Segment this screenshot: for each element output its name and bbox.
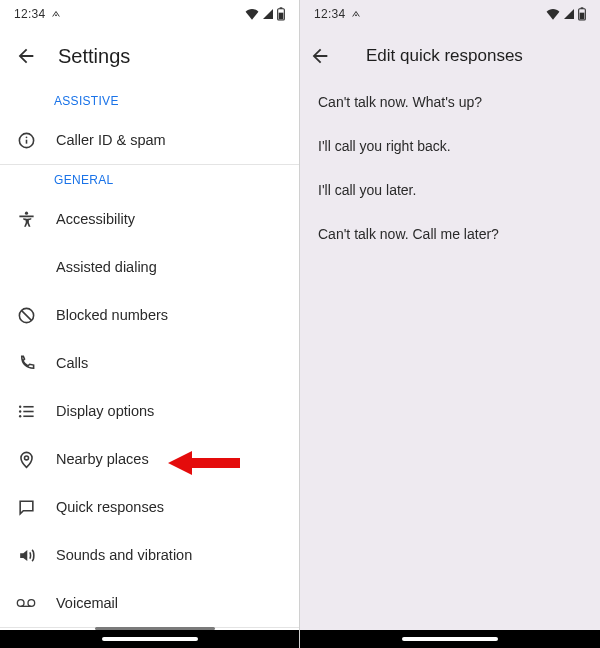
camera-cutout-icon xyxy=(351,9,361,19)
page-title: Edit quick responses xyxy=(366,46,523,66)
block-icon xyxy=(16,305,36,325)
quick-response-item[interactable]: Can't talk now. What's up? xyxy=(300,80,600,124)
item-label: Blocked numbers xyxy=(56,307,168,323)
list-icon xyxy=(16,401,36,421)
item-label: Caller ID & spam xyxy=(56,132,166,148)
item-label: Calls xyxy=(56,355,88,371)
item-assisted-dialing[interactable]: Assisted dialing xyxy=(0,243,299,291)
item-accessibility[interactable]: Accessibility xyxy=(0,195,299,243)
svg-point-10 xyxy=(18,405,20,407)
item-label: Nearby places xyxy=(56,451,149,467)
quick-response-item[interactable]: I'll call you right back. xyxy=(300,124,600,168)
item-label: Quick responses xyxy=(56,499,164,515)
item-label: Accessibility xyxy=(56,211,135,227)
app-bar: Settings xyxy=(0,28,299,86)
svg-point-16 xyxy=(24,455,28,459)
svg-point-21 xyxy=(355,15,356,16)
signal-icon xyxy=(262,8,274,20)
item-nearby-places[interactable]: Nearby places xyxy=(0,435,299,483)
item-quick-responses[interactable]: Quick responses xyxy=(0,483,299,531)
quick-response-item[interactable]: Can't talk now. Call me later? xyxy=(300,212,600,256)
svg-line-9 xyxy=(21,310,31,320)
battery-icon xyxy=(277,7,285,21)
item-label: Voicemail xyxy=(56,595,118,611)
quick-responses-screen: 12:34 Edit quick responses Can't talk no… xyxy=(300,0,600,648)
item-blocked-numbers[interactable]: Blocked numbers xyxy=(0,291,299,339)
wifi-icon xyxy=(245,8,259,20)
app-bar: Edit quick responses xyxy=(300,28,600,80)
section-assistive: ASSISTIVE xyxy=(0,86,299,116)
page-title: Settings xyxy=(58,45,130,68)
item-sounds-vibration[interactable]: Sounds and vibration xyxy=(0,531,299,579)
accessibility-icon xyxy=(16,209,36,229)
arrow-back-icon xyxy=(15,45,37,67)
svg-rect-3 xyxy=(280,7,283,8)
info-icon xyxy=(16,130,36,150)
item-caller-id-spam[interactable]: Caller ID & spam xyxy=(0,116,299,164)
response-text: I'll call you later. xyxy=(318,182,416,198)
item-label: Assisted dialing xyxy=(56,259,157,275)
svg-rect-15 xyxy=(23,415,33,417)
phone-icon xyxy=(16,353,36,373)
svg-rect-13 xyxy=(23,410,33,412)
svg-point-14 xyxy=(18,415,20,417)
nav-bar xyxy=(0,630,299,648)
volume-icon xyxy=(16,545,36,565)
battery-icon xyxy=(578,7,586,21)
quick-response-item[interactable]: I'll call you later. xyxy=(300,168,600,212)
svg-marker-20 xyxy=(168,451,240,475)
item-label: Display options xyxy=(56,403,154,419)
svg-rect-24 xyxy=(581,7,584,8)
response-text: I'll call you right back. xyxy=(318,138,451,154)
annotation-arrow xyxy=(168,448,240,478)
item-label: Sounds and vibration xyxy=(56,547,192,563)
svg-point-6 xyxy=(25,136,27,138)
status-bar: 12:34 xyxy=(0,0,299,28)
back-button[interactable] xyxy=(306,42,334,70)
svg-point-0 xyxy=(55,15,56,16)
signal-icon xyxy=(563,8,575,20)
response-text: Can't talk now. Call me later? xyxy=(318,226,499,242)
camera-cutout-icon xyxy=(51,9,61,19)
message-icon xyxy=(16,497,36,517)
status-bar: 12:34 xyxy=(300,0,600,28)
response-text: Can't talk now. What's up? xyxy=(318,94,482,110)
back-button[interactable] xyxy=(12,42,40,70)
item-calls[interactable]: Calls xyxy=(0,339,299,387)
settings-screen: 12:34 Settings ASSISTIVE Caller ID & spa… xyxy=(0,0,300,648)
item-display-options[interactable]: Display options xyxy=(0,387,299,435)
location-icon xyxy=(16,449,36,469)
voicemail-icon xyxy=(16,593,36,613)
svg-point-17 xyxy=(17,600,24,607)
svg-point-7 xyxy=(24,211,27,214)
wifi-icon xyxy=(546,8,560,20)
section-general: GENERAL xyxy=(0,165,299,195)
status-clock: 12:34 xyxy=(314,7,346,21)
svg-point-18 xyxy=(28,600,35,607)
svg-rect-23 xyxy=(580,13,585,20)
svg-point-12 xyxy=(18,410,20,412)
item-voicemail[interactable]: Voicemail xyxy=(0,579,299,627)
svg-rect-2 xyxy=(279,13,284,20)
nav-pill[interactable] xyxy=(402,637,498,641)
nav-bar xyxy=(300,630,600,648)
svg-rect-11 xyxy=(23,405,33,407)
status-clock: 12:34 xyxy=(14,7,46,21)
arrow-back-icon xyxy=(309,45,331,67)
screenshot-pair: 12:34 Settings ASSISTIVE Caller ID & spa… xyxy=(0,0,600,648)
nav-pill[interactable] xyxy=(102,637,198,641)
blank-icon xyxy=(16,257,36,277)
